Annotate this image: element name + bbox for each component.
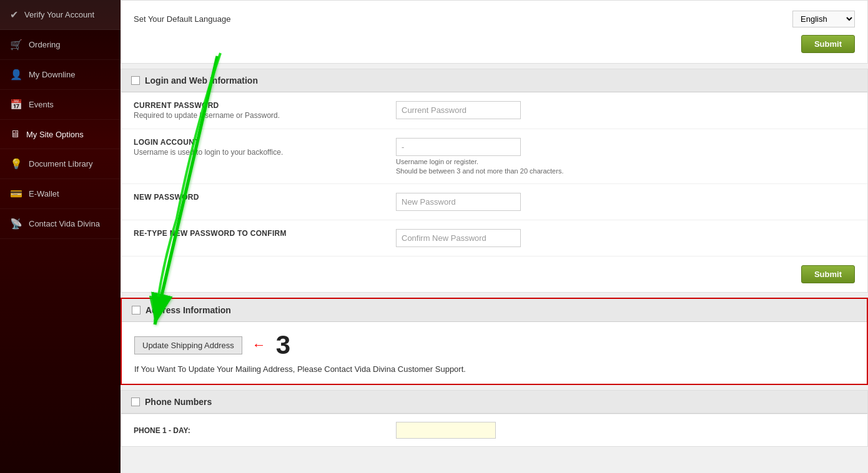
red-arrow-icon: ← <box>252 337 266 353</box>
retype-password-control <box>396 229 855 247</box>
address-checkbox-icon <box>132 306 141 315</box>
main-scroll-area: Set Your Default Language English Spanis… <box>121 0 868 452</box>
language-submit-button[interactable]: Submit <box>801 35 855 53</box>
ewallet-icon: 💳 <box>10 188 22 200</box>
new-password-input[interactable] <box>396 193 521 211</box>
update-shipping-button[interactable]: Update Shipping Address <box>134 336 242 354</box>
login-account-control: Username login or register. Should be be… <box>396 138 855 175</box>
retype-password-title: RE-TYPE NEW PASSWORD TO CONFIRM <box>134 229 396 238</box>
login-submit-row: Submit <box>121 256 867 292</box>
login-account-title: LOGIN ACCOUNT <box>134 138 396 147</box>
retype-password-input[interactable] <box>396 229 521 247</box>
current-password-input[interactable] <box>396 101 521 119</box>
current-password-desc: Required to update Username or Password. <box>134 111 396 120</box>
phone-checkbox-icon <box>131 397 140 406</box>
sidebar-item-events[interactable]: 📅 Events <box>0 90 121 120</box>
phone-panel-header: Phone Numbers <box>121 391 867 414</box>
current-password-label-wrap: CURRENT PASSWORD Required to update User… <box>134 101 396 120</box>
sidebar-item-my-site-options[interactable]: 🖥 My Site Options <box>0 120 121 149</box>
current-password-row: CURRENT PASSWORD Required to update User… <box>121 92 867 129</box>
login-account-desc: Username is used to login to your backof… <box>134 148 396 157</box>
contact-icon: 📡 <box>10 218 22 230</box>
sidebar-item-label: Contact Vida Divina <box>29 219 100 228</box>
new-password-label-wrap: NEW PASSWORD <box>134 193 396 202</box>
sidebar-item-ordering[interactable]: 🛒 Ordering <box>0 30 121 60</box>
ordering-icon: 🛒 <box>10 39 22 51</box>
sidebar-item-label: E-Wallet <box>29 189 59 198</box>
phone-numbers-panel: Phone Numbers PHONE 1 - DAY: <box>121 390 868 447</box>
sidebar-item-contact-vida-divina[interactable]: 📡 Contact Vida Divina <box>0 209 121 239</box>
login-account-hint1: Username login or register. <box>396 158 855 165</box>
language-dropdown[interactable]: English Spanish <box>792 11 855 27</box>
login-account-row: LOGIN ACCOUNT Username is used to login … <box>121 129 867 184</box>
phone-panel-title: Phone Numbers <box>145 397 212 407</box>
login-web-info-panel: Login and Web Information CURRENT PASSWO… <box>121 69 868 293</box>
address-panel-body: Update Shipping Address ← 3 If You Want … <box>122 322 867 384</box>
login-panel-title: Login and Web Information <box>145 76 258 85</box>
new-password-control <box>396 193 855 211</box>
new-password-title: NEW PASSWORD <box>134 193 396 202</box>
sidebar-item-label: My Site Options <box>26 130 84 139</box>
language-section: Set Your Default Language English Spanis… <box>121 0 868 64</box>
address-panel-header: Address Information <box>122 299 867 322</box>
number-3-annotation: 3 <box>276 332 290 358</box>
sidebar-item-label: Events <box>29 100 54 109</box>
current-password-title: CURRENT PASSWORD <box>134 101 396 110</box>
panel-checkbox-icon <box>131 76 140 85</box>
phone1-day-input[interactable] <box>396 422 496 439</box>
language-select-wrap: English Spanish <box>792 11 855 27</box>
address-panel-title: Address Information <box>145 305 231 315</box>
language-label: Set Your Default Language <box>134 14 230 24</box>
downline-icon: 👤 <box>10 69 22 80</box>
sidebar-item-document-library[interactable]: 💡 Document Library <box>0 149 121 179</box>
phone1-day-row: PHONE 1 - DAY: <box>121 414 867 446</box>
sidebar-item-label: Document Library <box>29 159 93 168</box>
retype-password-row: RE-TYPE NEW PASSWORD TO CONFIRM <box>121 220 867 256</box>
sidebar-item-label: My Downline <box>29 70 75 79</box>
sidebar: ✔ Verify Your Account 🛒 Ordering 👤 My Do… <box>0 0 121 473</box>
current-password-control <box>396 101 855 119</box>
login-account-hint2: Should be between 3 and not more than 20… <box>396 167 855 175</box>
sidebar-item-verify-account[interactable]: ✔ Verify Your Account <box>0 0 121 30</box>
login-account-label-wrap: LOGIN ACCOUNT Username is used to login … <box>134 138 396 157</box>
events-icon: 📅 <box>10 99 22 110</box>
sidebar-item-e-wallet[interactable]: 💳 E-Wallet <box>0 179 121 209</box>
document-icon: 💡 <box>10 158 22 170</box>
address-info-panel: Address Information Update Shipping Addr… <box>121 298 868 385</box>
sidebar-item-label: Verify Your Account <box>24 10 94 19</box>
login-panel-header: Login and Web Information <box>121 69 867 92</box>
sidebar-item-my-downline[interactable]: 👤 My Downline <box>0 60 121 90</box>
login-account-input[interactable] <box>396 138 521 156</box>
verify-icon: ✔ <box>10 9 18 21</box>
new-password-row: NEW PASSWORD <box>121 184 867 220</box>
main-content: Set Your Default Language English Spanis… <box>121 0 868 473</box>
address-update-row: Update Shipping Address ← 3 <box>134 332 854 358</box>
site-options-icon: 🖥 <box>10 129 20 140</box>
sidebar-item-label: Ordering <box>29 40 61 49</box>
retype-password-label-wrap: RE-TYPE NEW PASSWORD TO CONFIRM <box>134 229 396 238</box>
phone1-day-label: PHONE 1 - DAY: <box>134 426 396 435</box>
login-submit-button[interactable]: Submit <box>801 265 855 283</box>
address-note-text: If You Want To Update Your Mailing Addre… <box>134 364 854 374</box>
